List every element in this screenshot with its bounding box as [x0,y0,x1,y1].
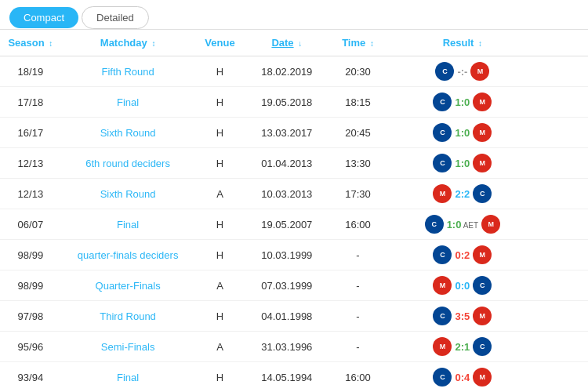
matchday-cell[interactable]: Final [61,362,195,393]
venue-cell: H [194,148,245,179]
score-value: 1:0 [455,158,470,169]
manutd-badge: M [473,245,492,264]
time-cell: - [328,332,387,362]
table-row: 12/13 6th round deciders H 01.04.2013 13… [0,148,588,179]
result-cell: C 0:4 M [387,362,538,393]
result-cell: C 1:0 M [387,148,538,179]
extra-cell [538,148,588,179]
col-matchday[interactable]: Matchday ↕ [61,30,195,56]
result-cell: M 2:2 C [387,179,538,209]
manutd-badge: M [470,62,489,81]
tab-compact[interactable]: Compact [9,7,78,28]
time-cell: 20:30 [328,56,387,87]
manutd-badge: M [433,276,452,295]
date-cell: 13.03.2017 [245,118,328,148]
date-cell: 31.03.1996 [245,332,328,362]
score-value: 1:0 [455,96,470,108]
score-value: 2:1 [455,341,470,353]
table-row: 98/99 quarter-finals deciders H 10.03.19… [0,240,588,270]
score-value: 2:2 [455,188,470,200]
matchday-cell[interactable]: Third Round [61,301,195,332]
table-row: 12/13 Sixth Round A 10.03.2013 17:30 M 2… [0,179,588,209]
date-cell: 18.02.2019 [245,56,328,87]
score-value: 0:2 [455,249,470,261]
venue-cell: H [194,301,245,332]
result-cell: C 3:5 M [387,301,538,332]
extra-cell [538,240,588,270]
extra-cell [538,118,588,148]
venue-cell: A [194,270,245,301]
extra-cell [538,301,588,332]
chelsea-badge: C [433,307,452,325]
season-cell: 98/99 [0,270,61,301]
table-row: 17/18 Final H 19.05.2018 18:15 C 1:0 M [0,87,588,118]
sort-result-icon: ↕ [478,39,482,48]
col-season[interactable]: Season ↕ [0,30,61,56]
matchday-cell[interactable]: quarter-finals deciders [61,240,195,270]
result-cell: C 1:0 M [387,87,538,118]
date-cell: 10.03.1999 [245,240,328,270]
venue-cell: A [194,332,245,362]
season-cell: 97/98 [0,301,61,332]
sort-matchday-icon: ↕ [151,39,155,48]
time-cell: - [328,270,387,301]
season-cell: 18/19 [0,56,61,87]
tab-detailed[interactable]: Detailed [82,6,149,29]
season-cell: 06/07 [0,209,61,240]
score-value: -:- [457,66,467,78]
matchday-cell[interactable]: Sixth Round [61,118,195,148]
time-cell: - [328,240,387,270]
col-extra [538,30,588,56]
score-value: 1:0 AET [447,219,478,230]
time-cell: - [328,301,387,332]
time-cell: 20:45 [328,118,387,148]
matchday-cell[interactable]: Semi-Finals [61,332,195,362]
chelsea-badge: C [435,62,454,81]
result-cell: C -:- M [387,56,538,87]
venue-cell: H [194,56,245,87]
time-cell: 16:00 [328,209,387,240]
time-cell: 18:15 [328,87,387,118]
season-cell: 12/13 [0,148,61,179]
col-date[interactable]: Date ↓ [245,30,328,56]
venue-cell: H [194,240,245,270]
season-cell: 12/13 [0,179,61,209]
season-cell: 98/99 [0,240,61,270]
venue-cell: H [194,87,245,118]
tabs-bar: Compact Detailed [0,0,588,30]
score-value: 0:4 [455,372,470,383]
result-cell: C 0:2 M [387,240,538,270]
table-row: 97/98 Third Round H 04.01.1998 - C 3:5 M [0,301,588,332]
col-time[interactable]: Time ↕ [328,30,387,56]
sort-season-icon: ↕ [49,39,53,48]
table-row: 93/94 Final H 14.05.1994 16:00 C 0:4 M [0,362,588,393]
sort-date-icon: ↓ [298,39,302,48]
matchday-cell[interactable]: 6th round deciders [61,148,195,179]
date-cell: 19.05.2018 [245,87,328,118]
venue-cell: H [194,118,245,148]
matchday-cell[interactable]: Quarter-Finals [61,270,195,301]
season-cell: 16/17 [0,118,61,148]
matchday-cell[interactable]: Final [61,87,195,118]
season-cell: 17/18 [0,87,61,118]
date-cell: 10.03.2013 [245,179,328,209]
table-row: 98/99 Quarter-Finals A 07.03.1999 - M 0:… [0,270,588,301]
chelsea-badge: C [425,215,444,234]
manutd-badge: M [473,93,492,111]
matchday-cell[interactable]: Sixth Round [61,179,195,209]
col-result[interactable]: Result ↕ [387,30,538,56]
manutd-badge: M [473,307,492,325]
time-cell: 16:00 [328,362,387,393]
result-cell: M 0:0 C [387,270,538,301]
venue-cell: H [194,362,245,393]
sort-time-icon: ↕ [370,39,374,48]
manutd-badge: M [433,184,452,203]
extra-cell [538,332,588,362]
table-row: 16/17 Sixth Round H 13.03.2017 20:45 C 1… [0,118,588,148]
matchday-cell[interactable]: Final [61,209,195,240]
matchday-cell[interactable]: Fifth Round [61,56,195,87]
table-row: 18/19 Fifth Round H 18.02.2019 20:30 C -… [0,56,588,87]
table-row: 95/96 Semi-Finals A 31.03.1996 - M 2:1 C [0,332,588,362]
season-cell: 93/94 [0,362,61,393]
date-cell: 14.05.1994 [245,362,328,393]
